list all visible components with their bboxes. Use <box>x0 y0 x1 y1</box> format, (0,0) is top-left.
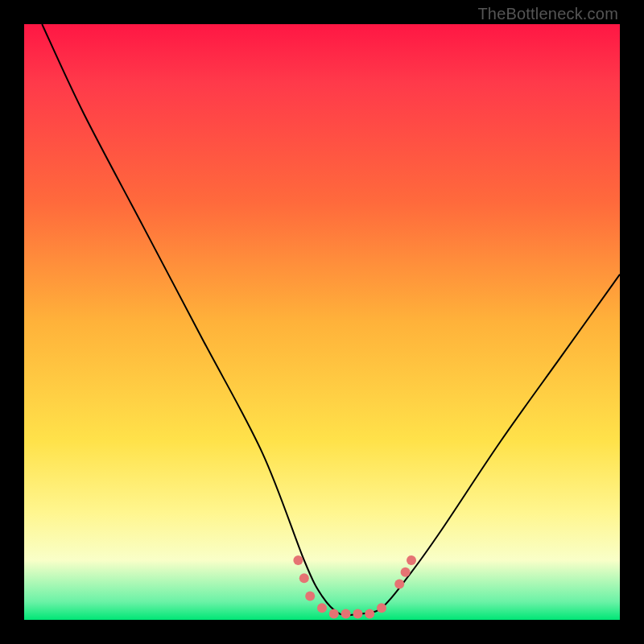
curve-marker <box>293 555 303 565</box>
bottleneck-curve-path <box>42 24 620 616</box>
curve-marker <box>329 609 339 619</box>
bottleneck-curve-svg <box>24 24 620 620</box>
chart-frame: TheBottleneck.com <box>0 0 644 644</box>
curve-marker <box>377 603 386 613</box>
plot-area <box>24 24 620 620</box>
curve-marker <box>305 591 315 601</box>
marker-group <box>293 555 416 619</box>
watermark-text: TheBottleneck.com <box>477 5 618 23</box>
curve-marker <box>407 555 416 565</box>
curve-marker <box>401 568 411 577</box>
curve-marker <box>317 603 327 613</box>
curve-marker <box>353 609 362 619</box>
curve-marker <box>341 609 351 619</box>
curve-marker <box>394 580 404 589</box>
curve-marker <box>299 573 309 583</box>
curve-marker <box>365 609 374 619</box>
